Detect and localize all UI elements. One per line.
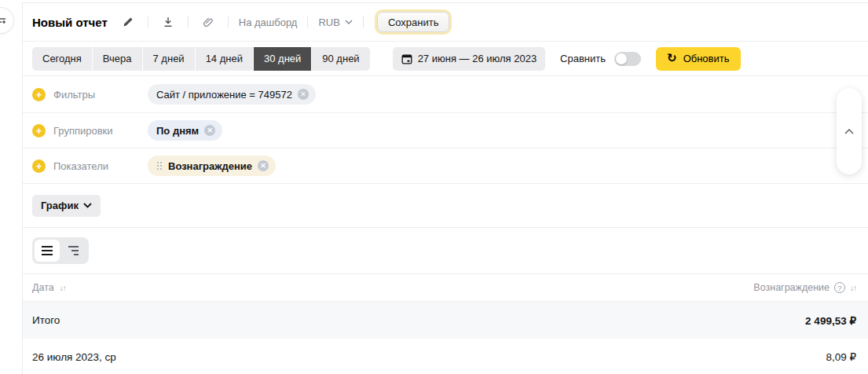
groupings-row: + Группировки По дням ✕	[23, 113, 868, 148]
refresh-icon: ↻	[667, 53, 677, 64]
report-header: Новый отчет	[23, 3, 868, 42]
chart-type-label: График	[41, 200, 79, 211]
report-builder-page: Новый отчет	[0, 0, 868, 374]
date-range-button[interactable]: 27 июня — 26 июля 2023	[393, 47, 545, 71]
date-range-value: 27 июня — 26 июля 2023	[418, 53, 537, 64]
divider	[148, 16, 148, 28]
sort-icon[interactable]: ↓↑	[60, 284, 66, 292]
paperclip-icon	[203, 16, 214, 28]
preset-90-days[interactable]: 90 дней	[312, 47, 369, 71]
column-date-header[interactable]: Дата	[32, 282, 54, 293]
metrics-label: Показатели	[53, 160, 140, 172]
metrics-row: + Показатели Вознаграждение ✕	[23, 148, 868, 184]
filter-chip-text: Сайт / приложение = 749572	[156, 89, 292, 101]
download-button[interactable]	[159, 13, 178, 31]
view-toggle-group	[32, 237, 89, 264]
refresh-label: Обновить	[683, 53, 730, 64]
compare-label: Сравнить	[560, 53, 606, 64]
sort-icon[interactable]: ↓↑	[850, 284, 856, 292]
column-reward-header[interactable]: Вознаграждение ? ↓↑	[753, 282, 856, 293]
help-icon[interactable]: ?	[834, 282, 845, 293]
copy-link-button[interactable]	[199, 13, 218, 31]
metric-chip-text: Вознаграждение	[168, 160, 252, 172]
column-reward-label: Вознаграждение	[753, 282, 830, 293]
filters-label: Фильтры	[53, 89, 140, 101]
divider	[228, 16, 229, 28]
flat-list-icon	[42, 246, 53, 255]
table-row: 26 июля 2023, ср 8,09 ₽	[23, 339, 868, 374]
add-grouping-button[interactable]: +	[32, 124, 46, 138]
to-dashboard-link[interactable]: На дашборд	[239, 16, 298, 28]
compare-toggle[interactable]	[614, 52, 641, 66]
preset-yesterday[interactable]: Вчера	[93, 47, 142, 71]
tree-view-button[interactable]	[61, 240, 86, 262]
currency-value: RUB	[318, 16, 339, 28]
calendar-icon	[401, 53, 412, 64]
report-title: Новый отчет	[32, 16, 108, 29]
chevron-up-icon	[844, 129, 854, 134]
filter-chip[interactable]: Сайт / приложение = 749572 ✕	[148, 84, 316, 104]
table-view-toggle-row	[23, 228, 868, 274]
date-controls: Сегодня Вчера 7 дней 14 дней 30 дней 90 …	[23, 42, 868, 76]
groupings-label: Группировки	[53, 125, 140, 137]
download-icon	[163, 16, 174, 28]
pencil-icon	[123, 16, 134, 28]
add-filter-button[interactable]: +	[32, 88, 46, 101]
drag-handle-icon[interactable]	[156, 161, 163, 170]
row-date: 26 июля 2023, ср	[32, 351, 116, 363]
tree-view-icon	[68, 246, 79, 255]
close-icon[interactable]: ✕	[258, 160, 269, 171]
metric-chip[interactable]: Вознаграждение ✕	[148, 156, 276, 176]
table-total-row: Итого 2 499,53 ₽	[23, 302, 868, 339]
toggle-knob	[616, 53, 627, 64]
total-value: 2 499,53 ₽	[805, 314, 856, 327]
table-header: Дата ↓↑ Вознаграждение ? ↓↑	[23, 274, 868, 302]
row-value: 8,09 ₽	[826, 350, 856, 363]
date-preset-group: Сегодня Вчера 7 дней 14 дней 30 дней 90 …	[32, 47, 370, 71]
flat-list-view-button[interactable]	[35, 240, 60, 262]
save-button[interactable]: Сохранить	[377, 12, 450, 32]
divider	[363, 16, 364, 28]
total-label: Итого	[32, 314, 60, 326]
add-metric-button[interactable]: +	[32, 160, 46, 173]
chevron-down-icon	[345, 20, 353, 24]
chart-type-dropdown[interactable]: График	[32, 195, 101, 217]
close-icon[interactable]: ✕	[204, 125, 215, 136]
close-icon[interactable]: ✕	[298, 89, 309, 100]
preset-14-days[interactable]: 14 дней	[196, 47, 253, 71]
preset-today[interactable]: Сегодня	[32, 47, 92, 71]
sliders-plus-icon	[0, 15, 7, 27]
edit-title-button[interactable]	[119, 13, 137, 31]
grouping-chip[interactable]: По дням ✕	[148, 120, 222, 141]
chevron-down-icon	[83, 203, 92, 208]
report-content: Новый отчет	[22, 2, 868, 374]
filters-row: + Фильтры Сайт / приложение = 749572 ✕	[23, 76, 868, 113]
report-panel-toggle-button[interactable]	[0, 7, 14, 34]
divider	[188, 16, 189, 28]
preset-7-days[interactable]: 7 дней	[143, 47, 195, 71]
preset-30-days[interactable]: 30 дней	[254, 47, 311, 71]
currency-select[interactable]: RUB	[318, 16, 352, 28]
collapse-panel-button[interactable]	[837, 88, 862, 174]
grouping-chip-text: По дням	[156, 125, 199, 137]
chart-selector-row: График	[23, 184, 868, 228]
refresh-button[interactable]: ↻ Обновить	[656, 47, 740, 71]
divider	[307, 16, 308, 28]
